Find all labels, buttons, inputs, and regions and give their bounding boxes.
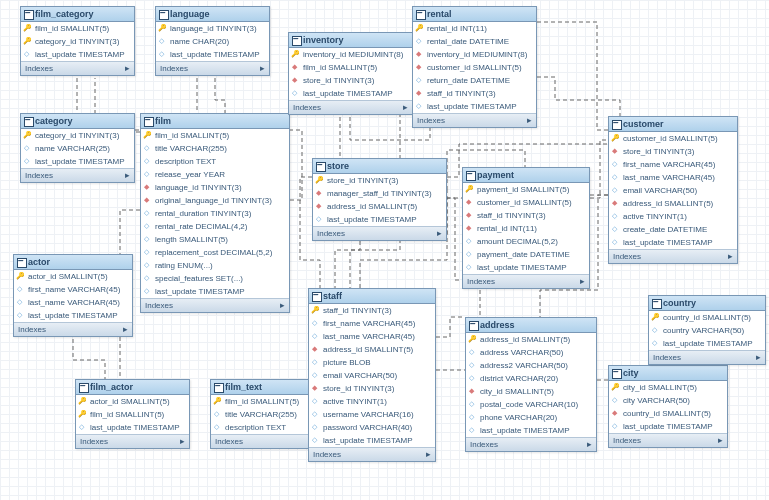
column[interactable]: rental_rate DECIMAL(4,2) [141,220,289,233]
indexes-footer[interactable]: Indexes [609,433,727,447]
column[interactable]: first_name VARCHAR(45) [14,283,132,296]
indexes-footer[interactable]: Indexes [21,168,134,182]
column[interactable]: staff_id TINYINT(3) [413,87,536,100]
column[interactable]: payment_date DATETIME [463,248,589,261]
column[interactable]: last_name VARCHAR(45) [309,330,435,343]
column[interactable]: language_id TINYINT(3) [156,22,269,35]
column[interactable]: film_id SMALLINT(5) [76,408,189,421]
table-header[interactable]: film_actor [76,380,189,395]
table-header[interactable]: payment [463,168,589,183]
column[interactable]: customer_id SMALLINT(5) [609,132,737,145]
column[interactable]: description TEXT [141,155,289,168]
column[interactable]: last_update TIMESTAMP [649,337,765,350]
column[interactable]: last_update TIMESTAMP [141,285,289,298]
table-actor[interactable]: actoractor_id SMALLINT(5)first_name VARC… [13,254,133,337]
column[interactable]: customer_id SMALLINT(5) [463,196,589,209]
column[interactable]: rental_date DATETIME [413,35,536,48]
table-header[interactable]: customer [609,117,737,132]
column[interactable]: category_id TINYINT(3) [21,129,134,142]
column[interactable]: store_id TINYINT(3) [309,382,435,395]
table-header[interactable]: staff [309,289,435,304]
column[interactable]: customer_id SMALLINT(5) [413,61,536,74]
column[interactable]: email VARCHAR(50) [609,184,737,197]
table-city[interactable]: citycity_id SMALLINT(5)city VARCHAR(50)c… [608,365,728,448]
column[interactable]: last_update TIMESTAMP [289,87,412,100]
table-film[interactable]: filmfilm_id SMALLINT(5)title VARCHAR(255… [140,113,290,313]
table-header[interactable]: country [649,296,765,311]
indexes-footer[interactable]: Indexes [649,350,765,364]
column[interactable]: create_date DATETIME [609,223,737,236]
column[interactable]: address_id SMALLINT(5) [313,200,446,213]
table-film_actor[interactable]: film_actoractor_id SMALLINT(5)film_id SM… [75,379,190,449]
column[interactable]: last_update TIMESTAMP [14,309,132,322]
column[interactable]: store_id TINYINT(3) [609,145,737,158]
column[interactable]: last_name VARCHAR(45) [14,296,132,309]
table-address[interactable]: addressaddress_id SMALLINT(5)address VAR… [465,317,597,452]
column[interactable]: address2 VARCHAR(50) [466,359,596,372]
column[interactable]: last_update TIMESTAMP [309,434,435,447]
column[interactable]: actor_id SMALLINT(5) [76,395,189,408]
column[interactable]: last_update TIMESTAMP [21,48,134,61]
table-country[interactable]: countrycountry_id SMALLINT(5)country VAR… [648,295,766,365]
column[interactable]: country_id SMALLINT(5) [649,311,765,324]
column[interactable]: language_id TINYINT(3) [141,181,289,194]
column[interactable]: release_year YEAR [141,168,289,181]
column[interactable]: picture BLOB [309,356,435,369]
table-header[interactable]: inventory [289,33,412,48]
table-header[interactable]: language [156,7,269,22]
column[interactable]: active TINYINT(1) [309,395,435,408]
indexes-footer[interactable]: Indexes [463,274,589,288]
column[interactable]: username VARCHAR(16) [309,408,435,421]
table-header[interactable]: address [466,318,596,333]
column[interactable]: last_update TIMESTAMP [76,421,189,434]
indexes-footer[interactable]: Indexes [609,249,737,263]
indexes-footer[interactable]: Indexes [14,322,132,336]
column[interactable]: email VARCHAR(50) [309,369,435,382]
column[interactable]: last_update TIMESTAMP [21,155,134,168]
column[interactable]: last_update TIMESTAMP [609,420,727,433]
column[interactable]: original_language_id TINYINT(3) [141,194,289,207]
table-header[interactable]: actor [14,255,132,270]
column[interactable]: last_name VARCHAR(45) [609,171,737,184]
column[interactable]: password VARCHAR(40) [309,421,435,434]
indexes-footer[interactable]: Indexes [313,226,446,240]
table-header[interactable]: rental [413,7,536,22]
column[interactable]: name CHAR(20) [156,35,269,48]
column[interactable]: title VARCHAR(255) [141,142,289,155]
table-payment[interactable]: paymentpayment_id SMALLINT(5)customer_id… [462,167,590,289]
column[interactable]: city_id SMALLINT(5) [466,385,596,398]
table-film_category[interactable]: film_categoryfilm_id SMALLINT(5)category… [20,6,135,76]
column[interactable]: last_update TIMESTAMP [156,48,269,61]
indexes-footer[interactable]: Indexes [413,113,536,127]
table-rental[interactable]: rentalrental_id INT(11)rental_date DATET… [412,6,537,128]
column[interactable]: staff_id TINYINT(3) [463,209,589,222]
column[interactable]: first_name VARCHAR(45) [609,158,737,171]
column[interactable]: rental_id INT(11) [413,22,536,35]
table-header[interactable]: store [313,159,446,174]
column[interactable]: film_id SMALLINT(5) [289,61,412,74]
column[interactable]: rating ENUM(...) [141,259,289,272]
column[interactable]: amount DECIMAL(5,2) [463,235,589,248]
column[interactable]: return_date DATETIME [413,74,536,87]
table-customer[interactable]: customercustomer_id SMALLINT(5)store_id … [608,116,738,264]
column[interactable]: payment_id SMALLINT(5) [463,183,589,196]
column[interactable]: store_id TINYINT(3) [289,74,412,87]
indexes-footer[interactable]: Indexes [289,100,412,114]
column[interactable]: address VARCHAR(50) [466,346,596,359]
column[interactable]: last_update TIMESTAMP [413,100,536,113]
column[interactable]: first_name VARCHAR(45) [309,317,435,330]
column[interactable]: city_id SMALLINT(5) [609,381,727,394]
column[interactable]: address_id SMALLINT(5) [309,343,435,356]
column[interactable]: film_id SMALLINT(5) [21,22,134,35]
column[interactable]: film_id SMALLINT(5) [141,129,289,142]
column[interactable]: staff_id TINYINT(3) [309,304,435,317]
column[interactable]: last_update TIMESTAMP [313,213,446,226]
column[interactable]: manager_staff_id TINYINT(3) [313,187,446,200]
table-header[interactable]: film_category [21,7,134,22]
table-header[interactable]: city [609,366,727,381]
table-header[interactable]: film [141,114,289,129]
indexes-footer[interactable]: Indexes [309,447,435,461]
column[interactable]: city VARCHAR(50) [609,394,727,407]
column[interactable]: country_id SMALLINT(5) [609,407,727,420]
column[interactable]: rental_duration TINYINT(3) [141,207,289,220]
